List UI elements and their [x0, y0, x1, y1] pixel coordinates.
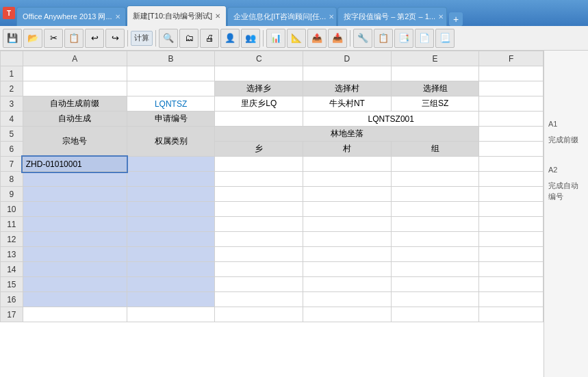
cell-3-F[interactable]: [479, 96, 544, 112]
col-header-B[interactable]: B: [127, 51, 215, 66]
toolbar-export[interactable]: 📤: [307, 29, 327, 48]
cell-8-F[interactable]: [479, 172, 544, 187]
cell-15-C[interactable]: [215, 277, 303, 292]
tab-0[interactable]: Office Anywhere 2013 网... ✕: [16, 7, 126, 26]
cell-5-F[interactable]: [479, 127, 544, 142]
cell-8-B[interactable]: [127, 172, 215, 187]
toolbar-doc1[interactable]: 📋: [374, 29, 393, 48]
cell-14-A[interactable]: [23, 262, 127, 277]
tab-1[interactable]: 新建[T10:自动编号测试] ✕: [127, 5, 227, 26]
cell-9-D[interactable]: [303, 187, 392, 202]
toolbar-doc3[interactable]: 📄: [415, 29, 434, 48]
cell-15-A[interactable]: [23, 277, 127, 292]
cell-5-B[interactable]: 权属类别: [127, 127, 215, 157]
cell-3-E[interactable]: 三组SZ: [391, 96, 479, 112]
cell-16-C[interactable]: [215, 292, 303, 307]
cell-11-B[interactable]: [127, 217, 215, 232]
cell-14-C[interactable]: [215, 262, 303, 277]
cell-10-C[interactable]: [215, 202, 303, 217]
cell-17-F[interactable]: [479, 307, 544, 322]
cell-13-B[interactable]: [127, 247, 215, 262]
cell-3-C[interactable]: 里庆乡LQ: [215, 96, 303, 112]
tab-0-close[interactable]: ✕: [115, 13, 120, 21]
cell-12-F[interactable]: [479, 232, 544, 247]
add-tab-button[interactable]: +: [449, 12, 463, 26]
cell-3-A[interactable]: 自动生成前缀: [23, 96, 127, 112]
cell-10-B[interactable]: [127, 202, 215, 217]
cell-9-C[interactable]: [215, 187, 303, 202]
cell-14-B[interactable]: [127, 262, 215, 277]
cell-14-F[interactable]: [479, 262, 544, 277]
toolbar-redo[interactable]: ↪: [105, 29, 125, 48]
cell-9-F[interactable]: [479, 187, 544, 202]
cell-5-A[interactable]: 宗地号: [23, 127, 127, 157]
cell-6-C[interactable]: 乡: [215, 142, 303, 157]
cell-12-C[interactable]: [215, 232, 303, 247]
col-header-C[interactable]: C: [215, 51, 303, 66]
cell-9-B[interactable]: [127, 187, 215, 202]
cell-7-E[interactable]: [391, 157, 479, 172]
cell-6-E[interactable]: 组: [391, 142, 479, 157]
tab-3[interactable]: 按字段值编号 – 第2页 – 1... ✕: [337, 7, 447, 26]
cell-11-C[interactable]: [215, 217, 303, 232]
cell-8-D[interactable]: [303, 172, 392, 187]
cell-8-E[interactable]: [391, 172, 479, 187]
cell-9-E[interactable]: [391, 187, 479, 202]
tab-2[interactable]: 企业信息化[IT咨询顾问[任... ✕: [227, 7, 337, 26]
cell-3-D[interactable]: 牛头村NT: [303, 96, 392, 112]
toolbar-chart[interactable]: 📊: [266, 29, 285, 48]
cell-17-E[interactable]: [391, 307, 479, 322]
cell-2-D[interactable]: 选择村: [303, 81, 392, 96]
toolbar-user[interactable]: 👤: [220, 29, 240, 48]
tab-3-close[interactable]: ✕: [438, 13, 444, 21]
cell-17-A[interactable]: [23, 307, 127, 322]
cell-4-B[interactable]: 申请编号: [127, 112, 215, 127]
toolbar-ruler[interactable]: 📐: [287, 29, 306, 48]
cell-11-A[interactable]: [23, 217, 127, 232]
cell-10-E[interactable]: [391, 202, 479, 217]
cell-2-F[interactable]: [479, 81, 544, 96]
cell-7-D[interactable]: [303, 157, 392, 172]
cell-11-F[interactable]: [479, 217, 544, 232]
cell-8-C[interactable]: [215, 172, 303, 187]
cell-16-E[interactable]: [391, 292, 479, 307]
cell-11-D[interactable]: [303, 217, 392, 232]
cell-12-E[interactable]: [391, 232, 479, 247]
cell-4-F[interactable]: [479, 112, 544, 127]
cell-11-E[interactable]: [391, 217, 479, 232]
col-header-F[interactable]: F: [479, 51, 544, 66]
cell-2-A[interactable]: [23, 81, 127, 96]
tab-2-close[interactable]: ✕: [329, 13, 334, 21]
cell-13-D[interactable]: [303, 247, 392, 262]
cell-15-D[interactable]: [303, 277, 392, 292]
toolbar-settings[interactable]: 🔧: [353, 29, 372, 48]
cell-4-A[interactable]: 自动生成: [23, 112, 127, 127]
cell-6-F[interactable]: [479, 142, 544, 157]
toolbar-copy[interactable]: 📋: [64, 29, 84, 48]
cell-1-A[interactable]: [23, 66, 127, 81]
cell-10-A[interactable]: [23, 202, 127, 217]
col-header-E[interactable]: E: [391, 51, 479, 66]
cell-4-D[interactable]: LQNTSZ001: [303, 112, 479, 127]
cell-2-B[interactable]: [127, 81, 215, 96]
cell-7-C[interactable]: [215, 157, 303, 172]
cell-15-E[interactable]: [391, 277, 479, 292]
cell-4-C[interactable]: [215, 112, 303, 127]
cell-16-F[interactable]: [479, 292, 544, 307]
cell-17-C[interactable]: [215, 307, 303, 322]
cell-5-CDE[interactable]: 林地坐落: [215, 127, 479, 142]
toolbar-find[interactable]: 🔍: [159, 29, 178, 48]
cell-2-E[interactable]: 选择组: [391, 81, 479, 96]
cell-1-B[interactable]: [127, 66, 215, 81]
tab-1-close[interactable]: ✕: [215, 12, 220, 20]
toolbar-open[interactable]: 📂: [23, 29, 42, 48]
cell-3-B[interactable]: LQNTSZ: [127, 96, 215, 112]
cell-2-C[interactable]: 选择乡: [215, 81, 303, 96]
toolbar-users[interactable]: 👥: [241, 29, 260, 48]
toolbar-undo[interactable]: ↩: [85, 29, 104, 48]
cell-7-F[interactable]: [479, 157, 544, 172]
cell-13-C[interactable]: [215, 247, 303, 262]
cell-16-A[interactable]: [23, 292, 127, 307]
cell-1-F[interactable]: [479, 66, 544, 81]
toolbar-save[interactable]: 💾: [3, 29, 22, 48]
